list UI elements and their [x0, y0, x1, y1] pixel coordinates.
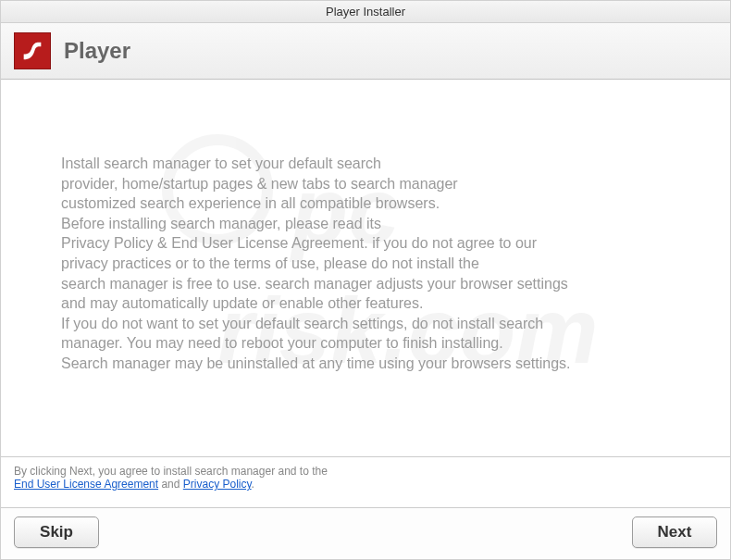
text-line: Privacy Policy & End User License Agreem… — [61, 233, 670, 254]
text-line: Install search manager to set your defau… — [61, 154, 670, 174]
agreement-section: By clicking Next, you agree to install s… — [1, 456, 730, 507]
content-area: pc risk.com Install search manager to se… — [1, 80, 730, 456]
window-title: Player Installer — [326, 5, 405, 19]
agreement-and: and — [158, 478, 183, 491]
installer-window: Player Installer Player pc risk.com Inst… — [0, 0, 731, 560]
header: Player — [1, 23, 730, 80]
agreement-prefix: By clicking Next, you agree to install s… — [14, 465, 328, 478]
next-button[interactable]: Next — [632, 516, 717, 548]
footer: Skip Next — [1, 507, 730, 559]
text-line: privacy practices or to the terms of use… — [61, 254, 670, 274]
text-line: customized search experience in all comp… — [61, 193, 670, 214]
text-line: Search manager may be uninstalled at any… — [61, 354, 670, 374]
eula-link[interactable]: End User License Agreement — [14, 478, 158, 491]
text-line: search manager is free to use. search ma… — [61, 274, 670, 294]
privacy-policy-link[interactable]: Privacy Policy — [183, 478, 252, 491]
text-line: provider, home/startup pages & new tabs … — [61, 174, 670, 194]
flash-player-icon — [14, 32, 51, 69]
text-line: Before installing search manager, please… — [61, 214, 670, 234]
text-line: manager. You may need to reboot your com… — [61, 333, 670, 354]
text-line: If you do not want to set your default s… — [61, 314, 670, 334]
text-line: and may automatically update or enable o… — [61, 293, 670, 314]
app-title: Player — [64, 38, 130, 64]
agreement-suffix: . — [252, 478, 254, 491]
titlebar: Player Installer — [1, 1, 730, 23]
install-description: Install search manager to set your defau… — [61, 154, 670, 374]
skip-button[interactable]: Skip — [14, 516, 99, 548]
